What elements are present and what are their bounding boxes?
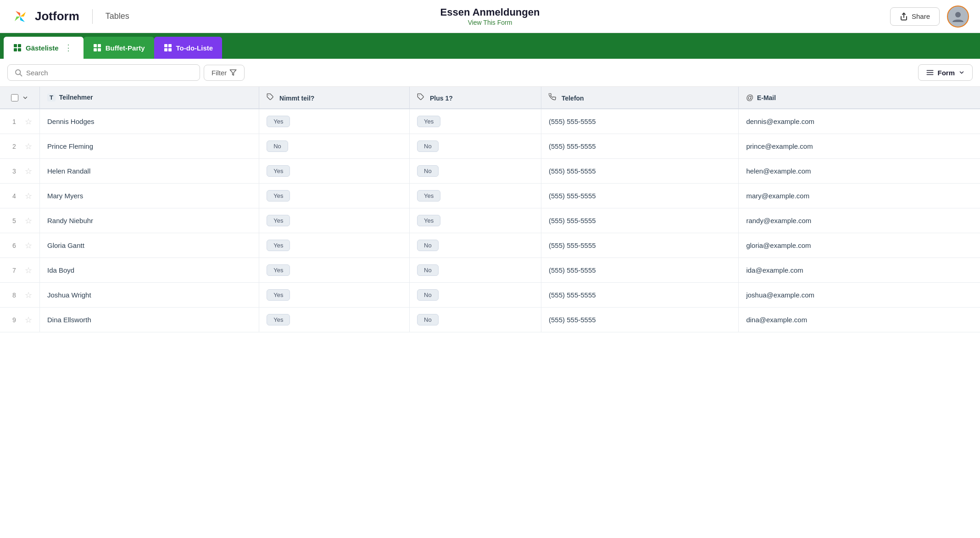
td-telefon-4: (555) 555-5555 [541,184,739,208]
svg-rect-4 [18,44,21,47]
tab-gaesteliste[interactable]: Gästeliste ⋮ [4,37,84,59]
th-chevron-down-icon[interactable] [22,95,28,101]
search-box[interactable] [7,64,200,81]
td-checkbox-5: 5 ☆ [0,208,40,233]
svg-rect-3 [14,44,17,47]
th-nimmt-teil-label: Nimmt teil? [279,95,314,102]
tab-gaesteliste-menu[interactable]: ⋮ [62,43,74,53]
th-checkbox [0,87,40,109]
search-input[interactable] [26,69,193,77]
td-plus1-4: Yes [410,184,541,208]
td-plus1-9: No [410,308,541,332]
td-telefon-2: (555) 555-5555 [541,134,739,159]
td-plus1-7: No [410,258,541,283]
tab-buffet-party-label: Buffet-Party [106,44,145,52]
select-all-checkbox[interactable] [11,94,18,101]
svg-rect-13 [164,48,167,51]
td-name-4: Mary Myers [40,184,259,208]
td-telefon-7: (555) 555-5555 [541,258,739,283]
td-name-3: Helen Randall [40,159,259,184]
badge-plus1-2: No [417,140,439,152]
form-view-chevron-icon [958,69,965,76]
badge-nimmt-3: Yes [267,165,290,177]
star-button-9[interactable]: ☆ [25,315,32,325]
share-button[interactable]: Share [890,7,940,26]
badge-nimmt-9: Yes [267,314,290,325]
star-button-1[interactable]: ☆ [25,117,32,127]
row-number-1: 1 [7,118,21,125]
filter-icon [229,69,237,76]
svg-rect-12 [168,44,172,47]
td-name-9: Dina Ellsworth [40,308,259,332]
td-plus1-5: Yes [410,208,541,233]
table-row: 9 ☆ Dina Ellsworth Yes No (555) 555-5555… [0,308,980,332]
td-email-1: dennis@example.com [739,109,980,134]
th-checkbox-area [7,94,32,101]
form-view-button[interactable]: Form [918,64,973,81]
form-view-label: Form [938,69,955,77]
td-checkbox-area-3: 3 ☆ [7,166,32,176]
td-email-8: joshua@example.com [739,283,980,308]
toolbar: Filter Form [0,59,980,87]
tab-todo-liste-label: To-do-Liste [176,44,213,52]
star-button-7[interactable]: ☆ [25,265,32,275]
th-plus1-icon [417,93,426,101]
header-right: Share [890,6,969,28]
tab-grid-icon-1 [13,43,22,52]
th-telefon-label: Telefon [562,95,584,102]
td-checkbox-4: 4 ☆ [0,184,40,208]
td-name-1: Dennis Hodges [40,109,259,134]
td-email-9: dina@example.com [739,308,980,332]
td-plus1-1: Yes [410,109,541,134]
row-number-9: 9 [7,316,21,324]
star-button-5[interactable]: ☆ [25,216,32,226]
td-plus1-6: No [410,233,541,258]
th-telefon-icon [549,93,558,101]
th-telefon: Telefon [541,87,739,109]
row-number-4: 4 [7,192,21,200]
td-telefon-6: (555) 555-5555 [541,233,739,258]
th-nimmt-teil: Nimmt teil? [259,87,410,109]
svg-rect-11 [164,44,167,47]
avatar[interactable] [947,6,969,28]
badge-nimmt-4: Yes [267,190,290,202]
th-teilnehmer-icon: T [47,94,56,101]
svg-rect-9 [94,48,97,51]
td-nimmt-teil-3: Yes [259,159,410,184]
star-button-8[interactable]: ☆ [25,290,32,300]
td-checkbox-9: 9 ☆ [0,308,40,332]
tab-todo-liste[interactable]: To-do-Liste [154,37,223,59]
badge-plus1-7: No [417,264,439,276]
td-name-6: Gloria Gantt [40,233,259,258]
badge-plus1-6: No [417,240,439,251]
td-email-7: ida@example.com [739,258,980,283]
table-row: 6 ☆ Gloria Gantt Yes No (555) 555-5555 g… [0,233,980,258]
header: Jotform Tables Essen Anmeldungen View Th… [0,0,980,33]
star-button-4[interactable]: ☆ [25,191,32,201]
tables-label: Tables [106,11,129,21]
star-button-3[interactable]: ☆ [25,166,32,176]
td-nimmt-teil-7: Yes [259,258,410,283]
td-checkbox-1: 1 ☆ [0,109,40,134]
star-button-2[interactable]: ☆ [25,141,32,151]
td-nimmt-teil-1: Yes [259,109,410,134]
badge-nimmt-5: Yes [267,215,290,226]
row-number-8: 8 [7,291,21,299]
table-row: 3 ☆ Helen Randall Yes No (555) 555-5555 … [0,159,980,184]
badge-plus1-5: Yes [417,215,440,226]
svg-rect-7 [94,44,97,47]
filter-button[interactable]: Filter [204,65,245,81]
star-button-6[interactable]: ☆ [25,241,32,251]
logo-text: Jotform [35,9,79,23]
td-email-4: mary@example.com [739,184,980,208]
table-row: 7 ☆ Ida Boyd Yes No (555) 555-5555 ida@e… [0,258,980,283]
td-name-2: Prince Fleming [40,134,259,159]
share-label: Share [912,12,930,20]
view-form-link[interactable]: View This Form [468,19,512,26]
td-checkbox-area-9: 9 ☆ [7,315,32,325]
jotform-logo-icon [11,7,29,26]
td-name-8: Joshua Wright [40,283,259,308]
header-center: Essen Anmeldungen View This Form [440,6,540,27]
tab-buffet-party[interactable]: Buffet-Party [84,37,154,59]
table-row: 8 ☆ Joshua Wright Yes No (555) 555-5555 … [0,283,980,308]
